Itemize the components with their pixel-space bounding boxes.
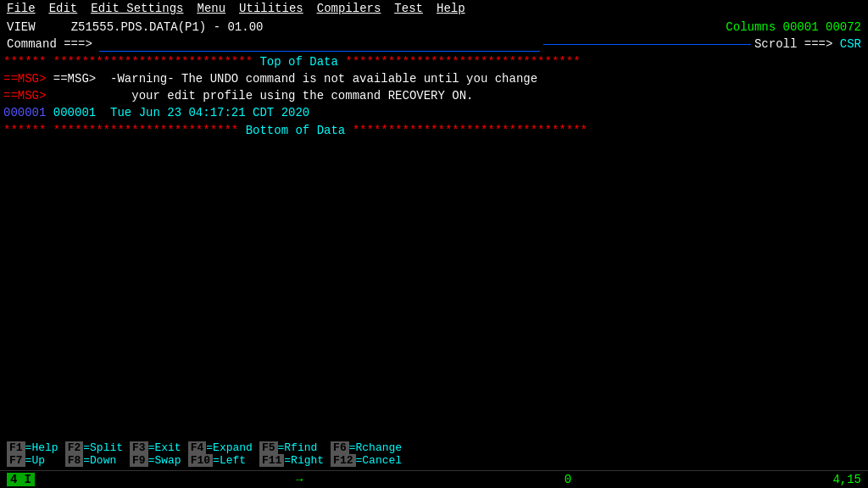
msg-text-2: your edit profile using the command RECO… (53, 87, 474, 104)
fkey-row-bottom-2: F8 =Down (65, 454, 117, 467)
bottom-stars-left: ****** (3, 122, 53, 139)
fkey-f1[interactable]: F1 =Help (7, 441, 58, 454)
menu-file[interactable]: File (7, 2, 36, 15)
fkey-row-bottom-5: F11 =Right (259, 454, 324, 467)
bottom-stars-mid-left: ************************** (53, 122, 238, 139)
fkey-f6-label: =Rchange (349, 441, 402, 454)
fkey-group-6: F6 =Rchange F12 =Cancel (331, 441, 402, 467)
fkey-f10-num: F10 (188, 454, 213, 467)
scroll-value: CSR (840, 36, 861, 53)
fkey-f10-label: =Left (213, 454, 246, 467)
fkey-row-bottom-3: F9 =Swap (130, 454, 181, 467)
status-line-col: 4,15 (832, 473, 861, 486)
status-bar: 4I → 0 4,15 (0, 470, 868, 488)
fkey-f8-num: F8 (65, 454, 84, 467)
fkey-f4-label: =Expand (206, 441, 253, 454)
fkey-f5-num: F5 (259, 441, 278, 454)
columns-label: Columns 00001 00072 (726, 19, 861, 36)
status-mode-letter: I (20, 473, 34, 486)
empty-editor-space (3, 139, 865, 436)
fkey-f9-num: F9 (130, 454, 148, 467)
menu-help[interactable]: Help (437, 2, 465, 15)
bottom-stars-mid-right: **************************** (353, 122, 552, 139)
top-of-data-label: Top of Data (253, 53, 345, 70)
top-stars-left: ****** (3, 53, 53, 70)
fkey-f5[interactable]: F5 =Rfind (259, 441, 317, 454)
fkey-group-3: F3 =Exit F9 =Swap (130, 441, 181, 467)
fkey-f8[interactable]: F8 =Down (65, 454, 117, 467)
fkey-f10[interactable]: F10 =Left (188, 454, 246, 467)
fkey-f3[interactable]: F3 =Exit (130, 441, 181, 454)
bottom-stars-right: ***** (552, 122, 587, 139)
fkey-f2[interactable]: F2 =Split (65, 441, 123, 454)
fkey-f11[interactable]: F11 =Right (259, 454, 324, 467)
fkey-f4-num: F4 (188, 441, 207, 454)
fkey-group-2: F2 =Split F8 =Down (65, 441, 123, 467)
msg-line-1: ==MSG> ==MSG> -Warning- The UNDO command… (3, 70, 865, 87)
menu-edit[interactable]: Edit (49, 2, 78, 15)
command-label: Command ===> (7, 36, 99, 53)
status-mode-num: 4 (7, 473, 20, 486)
fkey-row-top-6: F6 =Rchange (331, 441, 402, 454)
bottom-of-data-line: ****** ************************** Bottom… (3, 122, 865, 139)
command-line: Command ===> Scroll ===> CSR (3, 36, 865, 53)
msg-tag-2: ==MSG> (3, 87, 53, 104)
editor-area: VIEW Z51555.PDS.DATA(P1) - 01.00 Columns… (0, 17, 868, 438)
fkey-f8-label: =Down (83, 454, 116, 467)
scroll-label: Scroll ===> (754, 36, 840, 53)
fkey-f11-label: =Right (284, 454, 324, 467)
fkey-row-bottom: F7 =Up (7, 454, 45, 467)
fkey-f3-label: =Exit (148, 441, 181, 454)
fkey-f1-num: F1 (7, 441, 25, 454)
menu-bar: File Edit Edit_Settings Menu Utilities C… (0, 0, 868, 17)
fkey-group-4: F4 =Expand F10 =Left (188, 441, 253, 467)
bottom-of-data-label: Bottom of Data (238, 122, 352, 139)
fkey-row-top-3: F3 =Exit (130, 441, 181, 454)
fkey-row-top-4: F4 =Expand (188, 441, 253, 454)
fkey-f6-num: F6 (331, 441, 349, 454)
fkey-f2-num: F2 (65, 441, 84, 454)
status-mode-badge: 4I (7, 473, 35, 486)
fkey-f12[interactable]: F12 =Cancel (331, 454, 402, 467)
msg-line-2: ==MSG> your edit profile using the comma… (3, 87, 865, 104)
fkey-f9-label: =Swap (148, 454, 181, 467)
fkey-group-1: F1 =Help F7 =Up (7, 441, 58, 467)
top-stars-mid-right: **************************** (345, 53, 544, 70)
fkey-f7-num: F7 (7, 454, 25, 467)
fkey-group-5: F5 =Rfind F11 =Right (259, 441, 324, 467)
msg-tag-1: ==MSG> (3, 70, 53, 87)
status-line1: VIEW Z51555.PDS.DATA(P1) - 01.00 Columns… (3, 19, 865, 36)
fkey-f7-label: =Up (25, 454, 45, 467)
fkey-f11-num: F11 (259, 454, 284, 467)
fkey-f9[interactable]: F9 =Swap (130, 454, 181, 467)
top-stars-mid-left: **************************** (53, 53, 253, 70)
top-stars-right: ***** (545, 53, 581, 70)
fkey-f1-label: =Help (25, 441, 58, 454)
fkey-f12-num: F12 (331, 454, 355, 467)
msg-text-1: ==MSG> -Warning- The UNDO command is not… (53, 70, 537, 87)
top-of-data-line: ****** **************************** Top … (3, 53, 865, 70)
fkey-f5-label: =Rfind (278, 441, 318, 454)
command-input[interactable] (99, 37, 540, 52)
fkey-f6[interactable]: F6 =Rchange (331, 441, 402, 454)
menu-edit-settings[interactable]: Edit_Settings (91, 2, 183, 15)
menu-test[interactable]: Test (394, 2, 423, 15)
menu-menu[interactable]: Menu (197, 2, 225, 15)
fkey-row-bottom-4: F10 =Left (188, 454, 246, 467)
fkey-f3-num: F3 (130, 441, 148, 454)
line-number-1: 000001 (3, 104, 53, 121)
function-key-bar: F1 =Help F7 =Up F2 =Split F8 =Down (0, 438, 868, 470)
fkey-row-top-5: F5 =Rfind (259, 441, 317, 454)
fkey-f4[interactable]: F4 =Expand (188, 441, 253, 454)
fkey-row-top-2: F2 =Split (65, 441, 123, 454)
data-line-000001: 000001 000001 Tue Jun 23 04:17:21 CDT 20… (3, 104, 865, 121)
status-arrow: → (296, 473, 303, 486)
fkey-f12-label: =Cancel (356, 454, 403, 467)
line-content-1: 000001 Tue Jun 23 04:17:21 CDT 2020 (53, 104, 309, 121)
menu-compilers[interactable]: Compilers (317, 2, 381, 15)
fkey-row-bottom-6: F12 =Cancel (331, 454, 402, 467)
fkey-f7[interactable]: F7 =Up (7, 454, 45, 467)
view-label: VIEW Z51555.PDS.DATA(P1) - 01.00 (7, 19, 263, 36)
filename: Z51555.PDS.DATA(P1) - 01.00 (71, 20, 264, 34)
menu-utilities[interactable]: Utilities (239, 2, 303, 15)
